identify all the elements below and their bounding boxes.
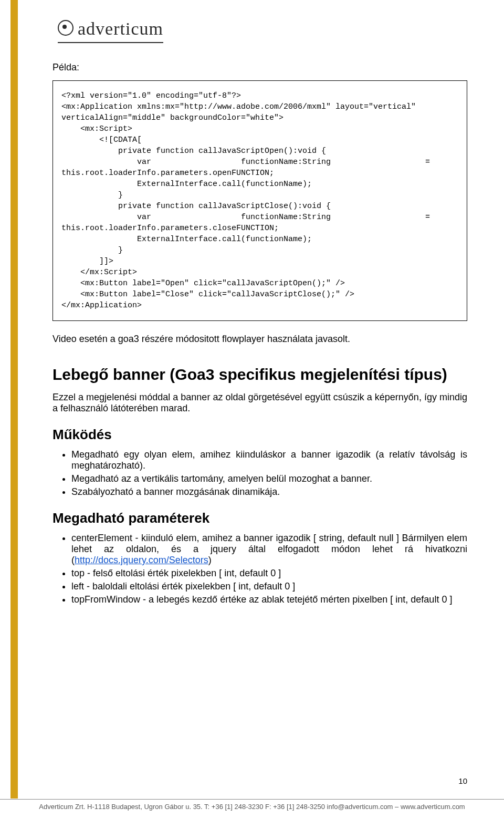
section-title: Lebegő banner (Goa3 specifikus megjelení… <box>52 366 467 383</box>
logo-word: adverticum <box>58 19 163 43</box>
working-title: Működés <box>52 427 467 443</box>
example-label: Példa: <box>52 62 467 73</box>
section-intro: Ezzel a megjelenési móddal a banner az o… <box>52 392 467 414</box>
footer: Adverticum Zrt. H-1118 Budapest, Ugron G… <box>0 799 504 819</box>
list-item: Megadható az a vertikális tartomány, ame… <box>71 473 467 484</box>
logo-dot-icon <box>58 20 74 36</box>
code-example: <?xml version="1.0" encoding="utf-8"?> <… <box>52 80 467 321</box>
list-item: centerElement - kiinduló elem, amihez a … <box>71 533 467 566</box>
video-note: Video esetén a goa3 részére módositott f… <box>52 334 467 345</box>
page-number: 10 <box>458 776 467 785</box>
list-item: top - felső eltolási érték pixelekben [ … <box>71 568 467 579</box>
list-item: left - baloldali eltolási érték pixelekb… <box>71 581 467 592</box>
logo: adverticum <box>58 0 467 43</box>
list-item: Szabályozható a banner mozgásának dinami… <box>71 486 467 497</box>
body: Példa: <?xml version="1.0" encoding="utf… <box>52 62 467 605</box>
logo-text: adverticum <box>78 19 163 38</box>
param-text: ) <box>208 555 212 565</box>
params-title: Megadható paraméterek <box>52 510 467 526</box>
working-list: Megadható egy olyan elem, amihez kiindul… <box>71 449 467 497</box>
selectors-link[interactable]: http://docs.jquery.com/Selectors <box>75 555 208 565</box>
list-item: topFromWindow - a lebegés kezdő értéke a… <box>71 594 467 605</box>
page: adverticum Példa: <?xml version="1.0" en… <box>0 0 504 819</box>
params-list: centerElement - kiinduló elem, amihez a … <box>71 533 467 605</box>
left-accent-bar <box>10 0 18 799</box>
list-item: Megadható egy olyan elem, amihez kiindul… <box>71 449 467 471</box>
